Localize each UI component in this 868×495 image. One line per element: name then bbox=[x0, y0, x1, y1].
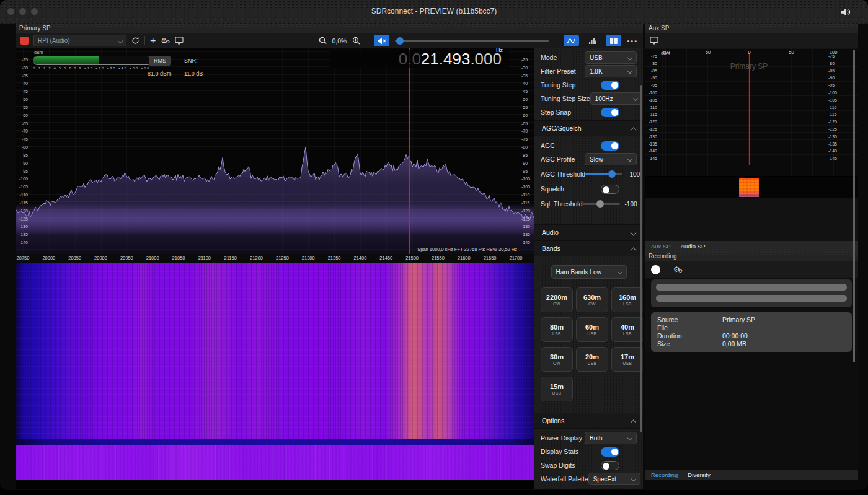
zoom-out-button[interactable] bbox=[319, 37, 327, 45]
frequency-leading-zeros: 0.0 bbox=[399, 50, 421, 69]
setting-toggle[interactable] bbox=[601, 81, 619, 90]
setting-select[interactable]: USB bbox=[585, 51, 637, 64]
aux-frequency-tick: 100 bbox=[830, 50, 838, 174]
more-options-button[interactable]: ••• bbox=[627, 37, 638, 45]
band-button-60m[interactable]: 60mUSB bbox=[576, 317, 608, 342]
rms-button[interactable]: RMS bbox=[149, 56, 171, 66]
tab-audio-sp[interactable]: Audio SP bbox=[681, 243, 706, 250]
band-mode: LSB bbox=[623, 302, 632, 306]
tuned-frequency-marker[interactable] bbox=[409, 48, 410, 254]
volume-slider[interactable] bbox=[395, 37, 549, 45]
band-preset-select[interactable]: Ham Bands Low bbox=[551, 265, 627, 279]
primary-sp-panel: Primary SP RPI (Audio) + ⚙⚙ 0,0% ••• bbox=[16, 24, 643, 490]
display-button[interactable] bbox=[175, 37, 184, 45]
setting-select[interactable]: SpecExt bbox=[588, 473, 640, 485]
band-button-30m[interactable]: 30mCW bbox=[541, 347, 573, 372]
section-header-bands[interactable]: Bands bbox=[534, 240, 643, 256]
waterfall-view-button[interactable] bbox=[585, 35, 600, 46]
record-button[interactable] bbox=[651, 265, 660, 274]
stop-button[interactable] bbox=[20, 37, 29, 45]
recording-info-value: 0,00 MB bbox=[722, 340, 746, 348]
setting-slider[interactable] bbox=[585, 170, 622, 178]
band-button-630m[interactable]: 630mCW bbox=[576, 287, 608, 312]
aux-empty-area bbox=[645, 352, 858, 470]
setting-select[interactable]: 100Hz bbox=[590, 92, 642, 105]
dbm-tick: -110 bbox=[521, 193, 533, 197]
dbm-tick: -80 bbox=[17, 145, 28, 149]
setting-toggle[interactable] bbox=[601, 447, 619, 457]
mute-button[interactable] bbox=[374, 35, 389, 46]
recording-settings-button[interactable]: ⚙⚙ bbox=[673, 264, 683, 276]
zoom-in-button[interactable] bbox=[352, 37, 360, 45]
setting-slider[interactable] bbox=[583, 199, 620, 208]
aux-scrollbar[interactable] bbox=[853, 50, 855, 362]
setting-toggle[interactable] bbox=[601, 141, 619, 151]
aux-dbm-tick: -90 bbox=[646, 76, 657, 80]
dbm-tick: -140 bbox=[17, 240, 28, 245]
dbm-tick: -85 bbox=[17, 153, 28, 157]
volume-slider-thumb[interactable] bbox=[396, 37, 404, 45]
dbm-tick: -135 bbox=[17, 232, 28, 237]
settings-panel: ModeUSBFilter Preset1.8KTuning StepTunin… bbox=[534, 48, 643, 489]
dbm-tick: -140 bbox=[521, 240, 533, 245]
setting-select[interactable]: Slow bbox=[585, 153, 637, 165]
band-button-17m[interactable]: 17mUSB bbox=[611, 347, 643, 372]
aux-sp-panel: Aux SP dBm Primary SP -75-75-80-80-85-85… bbox=[645, 24, 858, 480]
window-title: SDRconnect - PREVIEW (b11b5bcc7) bbox=[0, 7, 868, 15]
band-button-20m[interactable]: 20mUSB bbox=[576, 347, 608, 372]
dbm-tick: -60 bbox=[521, 113, 533, 118]
aux-waterfall[interactable] bbox=[645, 177, 858, 198]
titlebar: SDRconnect - PREVIEW (b11b5bcc7) bbox=[0, 0, 868, 24]
aux-signal-blob bbox=[739, 178, 759, 197]
bottom-tab-recording[interactable]: Recording bbox=[651, 471, 678, 478]
setting-select-value: Both bbox=[590, 435, 603, 442]
settings-gears-button[interactable]: ⚙⚙ bbox=[161, 35, 170, 46]
frequency-tick: 21000 bbox=[146, 255, 159, 261]
band-button-2200m[interactable]: 2200mCW bbox=[541, 287, 573, 312]
spectrum-display[interactable]: dBm S 1 2 3 4 5 6 7 8 9 +10 +20 +30 +40 … bbox=[16, 48, 534, 254]
s-meter-scale: S 1 2 3 4 5 6 7 8 9 +10 +20 +30 +40 +50 … bbox=[33, 66, 152, 70]
dbm-tick: -50 bbox=[17, 97, 28, 102]
setting-toggle[interactable] bbox=[601, 108, 619, 117]
aux-dbm-tick: -100 bbox=[646, 90, 657, 95]
dbm-tick: -75 bbox=[17, 137, 28, 141]
frequency-tick: 21100 bbox=[198, 255, 211, 261]
band-button-15m[interactable]: 15mUSB bbox=[541, 377, 573, 401]
setting-label: Swap Digits bbox=[541, 462, 601, 469]
band-button-160m[interactable]: 160mLSB bbox=[611, 287, 643, 312]
recording-info-box: SourcePrimary SPFileDuration00:00:00Size… bbox=[651, 312, 852, 352]
settings-scrollbar[interactable] bbox=[640, 85, 642, 432]
dbm-tick: -95 bbox=[17, 169, 28, 173]
device-select[interactable]: RPI (Audio) bbox=[33, 35, 126, 46]
recording-info-value: Primary SP bbox=[722, 316, 755, 324]
aux-view-tabs: Aux SPAudio SP bbox=[645, 241, 858, 252]
setting-select[interactable]: 1.8K bbox=[585, 65, 637, 77]
section-header-options[interactable]: Options bbox=[534, 413, 643, 429]
aux-spectrum-display[interactable]: dBm Primary SP -75-75-80-80-85-85-90-90-… bbox=[645, 48, 858, 177]
aux-waterfall-history bbox=[645, 198, 858, 241]
add-button[interactable]: + bbox=[150, 37, 156, 45]
waterfall-display[interactable] bbox=[16, 263, 534, 489]
setting-toggle[interactable] bbox=[601, 461, 619, 470]
refresh-button[interactable] bbox=[131, 37, 140, 45]
section-header-agc-squelch[interactable]: AGC/Squelch bbox=[534, 120, 643, 136]
band-button-80m[interactable]: 80mLSB bbox=[541, 317, 573, 342]
bottom-tab-diversity[interactable]: Diversity bbox=[688, 471, 710, 478]
tab-aux-sp[interactable]: Aux SP bbox=[651, 243, 671, 250]
frequency-readout[interactable]: 0.021.493.000Hz bbox=[330, 50, 509, 68]
setting-toggle[interactable] bbox=[601, 185, 619, 194]
dbm-tick: -85 bbox=[521, 153, 533, 157]
slider-thumb[interactable] bbox=[608, 170, 616, 178]
spectrum-view-button[interactable] bbox=[564, 35, 579, 46]
audio-output-icon[interactable] bbox=[841, 7, 851, 19]
setting-select-value: SpecExt bbox=[593, 476, 616, 483]
band-button-40m[interactable]: 40mLSB bbox=[611, 317, 643, 342]
band-mode: USB bbox=[552, 391, 562, 395]
section-header-audio[interactable]: Audio bbox=[534, 224, 643, 240]
band-name: 15m bbox=[550, 383, 564, 390]
setting-select[interactable]: Both bbox=[585, 432, 637, 444]
aux-display-button[interactable] bbox=[650, 37, 658, 45]
slider-thumb[interactable] bbox=[596, 200, 604, 208]
split-view-button[interactable] bbox=[606, 35, 621, 46]
aux-frequency-tick: -100 bbox=[660, 50, 670, 174]
